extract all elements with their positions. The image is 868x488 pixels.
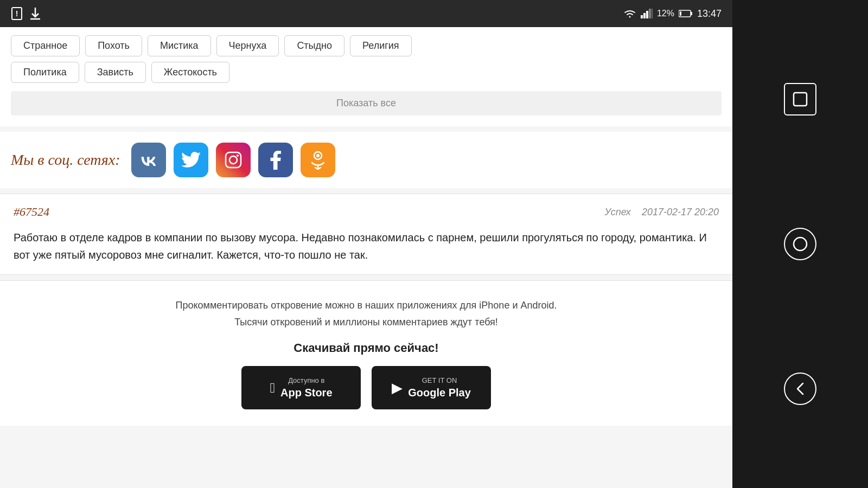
battery-icon [679, 9, 693, 18]
svg-rect-11 [680, 11, 681, 16]
circle-icon [792, 236, 808, 252]
tags-section: Странное Похоть Мистика Чернуха Стыдно Р… [0, 27, 732, 126]
social-icons [131, 143, 335, 177]
alert-icon: ! [11, 7, 23, 21]
apple-icon:  [270, 380, 275, 396]
tags-row-2: Политика Зависть Жестокость [11, 62, 722, 83]
download-title: Скачивай прямо сейчас! [11, 341, 722, 355]
circle-nav-button[interactable] [784, 228, 816, 260]
social-section: Мы в соц. сетях: [0, 132, 732, 188]
svg-text:!: ! [16, 9, 18, 18]
social-title: Мы в соц. сетях: [11, 151, 120, 169]
post-meta: Успех 2017-02-17 20:20 [605, 207, 719, 218]
android-btn-text: GET IT ON Google Play [408, 376, 471, 399]
tag-mistika[interactable]: Мистика [148, 35, 211, 56]
svg-rect-6 [646, 11, 648, 18]
square-nav-button[interactable] [784, 83, 816, 115]
facebook-icon[interactable] [258, 143, 293, 177]
svg-rect-8 [652, 9, 653, 18]
ok-icon[interactable] [301, 143, 335, 177]
post-text: Работаю в отделе кадров в компании по вы… [14, 229, 719, 264]
status-bar-left: ! [11, 7, 41, 21]
post-date: 2017-02-17 20:20 [642, 207, 719, 218]
ios-small-text: Доступно в [280, 376, 333, 384]
app-text-line1: Прокомментировать откровение можно в наш… [175, 300, 557, 311]
signal-icon [641, 9, 653, 18]
battery-percent: 12% [657, 9, 674, 18]
main-content: Странное Похоть Мистика Чернуха Стыдно Р… [0, 27, 732, 488]
svg-rect-17 [794, 93, 807, 106]
instagram-icon[interactable] [216, 143, 251, 177]
tag-zhestokost[interactable]: Жестокость [151, 62, 229, 83]
tag-politika[interactable]: Политика [11, 62, 79, 83]
tag-zavist[interactable]: Зависть [85, 62, 146, 83]
square-icon [792, 91, 808, 107]
svg-point-13 [229, 156, 237, 164]
back-icon [792, 381, 808, 397]
tag-pokhot[interactable]: Похоть [85, 35, 142, 56]
play-icon: ▶ [392, 380, 403, 396]
tag-stydno[interactable]: Стыдно [284, 35, 344, 56]
android-btn-content: ▶ GET IT ON Google Play [392, 376, 471, 399]
svg-point-14 [237, 155, 239, 157]
android-small-text: GET IT ON [408, 376, 471, 384]
tag-chernukha[interactable]: Чернуха [216, 35, 279, 56]
app-description: Прокомментировать откровение можно в наш… [11, 297, 722, 330]
right-nav [732, 0, 868, 488]
download-buttons:  Доступно в App Store ▶ GET IT ON Googl… [11, 366, 722, 409]
svg-rect-4 [641, 15, 643, 18]
svg-rect-12 [226, 152, 241, 168]
download-icon [29, 7, 41, 21]
status-bar: ! 12% [0, 0, 732, 27]
android-download-button[interactable]: ▶ GET IT ON Google Play [372, 366, 491, 409]
wifi-icon [623, 8, 636, 19]
svg-rect-7 [649, 9, 651, 18]
ios-main-text: App Store [280, 387, 333, 399]
post-header: #67524 Успех 2017-02-17 20:20 [14, 205, 719, 219]
phone-screen: ! 12% [0, 0, 732, 488]
tag-religiya[interactable]: Религия [350, 35, 412, 56]
app-section: Прокомментировать откровение можно в наш… [0, 280, 732, 426]
post-status: Успех [605, 207, 631, 218]
status-bar-right: 12% 13:47 [623, 8, 722, 20]
android-main-text: Google Play [408, 387, 471, 399]
post-card: #67524 Успех 2017-02-17 20:20 Работаю в … [0, 194, 732, 275]
app-text-line2: Тысячи откровений и миллионы комментарие… [234, 317, 498, 328]
tag-strannoe[interactable]: Странное [11, 35, 80, 56]
ios-download-button[interactable]:  Доступно в App Store [241, 366, 361, 409]
vk-icon[interactable] [131, 143, 166, 177]
twitter-icon[interactable] [174, 143, 208, 177]
tags-row-1: Странное Похоть Мистика Чернуха Стыдно Р… [11, 35, 722, 56]
svg-rect-10 [691, 12, 692, 15]
svg-point-18 [794, 237, 807, 251]
ios-btn-content:  Доступно в App Store [270, 376, 332, 399]
back-nav-button[interactable] [784, 373, 816, 405]
svg-rect-5 [643, 13, 646, 18]
ios-btn-text: Доступно в App Store [280, 376, 333, 399]
show-all-button[interactable]: Показать все [11, 91, 722, 115]
post-id: #67524 [14, 205, 49, 219]
time-display: 13:47 [697, 8, 722, 20]
svg-point-16 [316, 154, 320, 157]
